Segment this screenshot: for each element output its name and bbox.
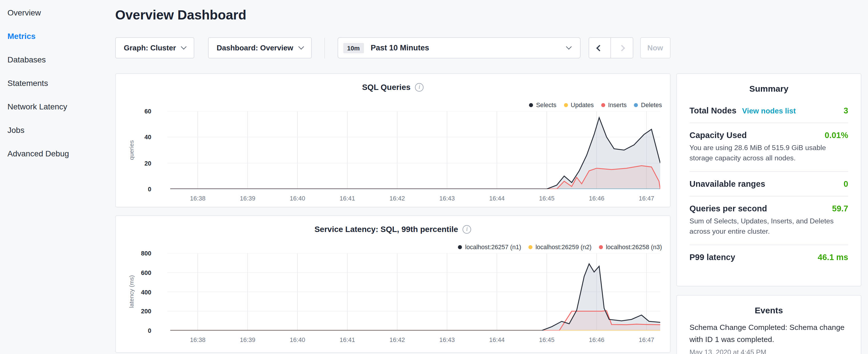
sidebar-item-network-latency[interactable]: Network Latency <box>0 95 109 118</box>
y-tick-label: 60 <box>145 108 151 115</box>
chevron-right-icon <box>618 45 625 51</box>
legend-item[interactable]: Selects <box>529 101 557 108</box>
legend-item[interactable]: Updates <box>564 101 594 108</box>
x-tick-label: 16:43 <box>430 195 464 202</box>
summary-description: Sum of Selects, Updates, Inserts, and De… <box>689 216 848 237</box>
controls-divider <box>324 37 325 58</box>
now-button[interactable]: Now <box>640 37 670 58</box>
summary-label: Total Nodes <box>689 106 737 115</box>
event-timestamp: May 13, 2020 at 4:45 PM <box>689 348 848 354</box>
sidebar: Overview Metrics Databases Statements Ne… <box>0 0 109 165</box>
legend-dot-icon <box>601 103 605 107</box>
x-tick-label: 16:41 <box>330 336 365 343</box>
legend-dot-icon <box>529 103 533 107</box>
y-tick-label: 400 <box>141 288 151 295</box>
chart-legend: localhost:26257 (n1)localhost:26259 (n2)… <box>458 244 662 250</box>
x-tick-label: 16:42 <box>380 195 414 202</box>
sql-queries-chart[interactable] <box>167 111 660 189</box>
summary-row-unavailable-ranges: Unavailable ranges 0 <box>689 171 848 196</box>
graph-dropdown-label: Graph: Cluster <box>124 43 176 52</box>
graph-dropdown[interactable]: Graph: Cluster <box>115 37 194 58</box>
legend-dot-icon <box>564 103 568 107</box>
x-tick-label: 16:44 <box>480 336 514 343</box>
legend-item[interactable]: Deletes <box>634 101 662 108</box>
x-tick-label: 16:47 <box>629 195 664 202</box>
y-tick-label: 40 <box>145 134 151 141</box>
time-prev-button[interactable] <box>588 37 611 58</box>
x-tick-label: 16:46 <box>580 195 614 202</box>
y-tick-label: 800 <box>141 250 151 257</box>
chevron-down-icon <box>181 44 187 50</box>
x-tick-label: 16:46 <box>580 336 614 343</box>
event-item[interactable]: Schema Change Completed: Schema change w… <box>689 322 848 354</box>
summary-panel: Summary Total Nodes View nodes list 3 Ca… <box>676 73 861 286</box>
y-tick-label: 600 <box>141 269 151 276</box>
dashboard-dropdown[interactable]: Dashboard: Overview <box>208 37 311 58</box>
sidebar-item-advanced-debug[interactable]: Advanced Debug <box>0 141 109 165</box>
sidebar-item-metrics[interactable]: Metrics <box>0 24 109 47</box>
x-tick-label: 16:42 <box>380 336 414 343</box>
chart-title: Service Latency: SQL, 99th percentile <box>314 225 458 234</box>
summary-row-total-nodes: Total Nodes View nodes list 3 <box>689 99 848 123</box>
x-tick-label: 16:39 <box>230 195 265 202</box>
summary-row-capacity-used: Capacity Used 0.01% You are using 28.6 M… <box>689 123 848 171</box>
legend-dot-icon <box>529 245 533 249</box>
summary-label: P99 latency <box>689 253 735 262</box>
y-tick-label: 20 <box>145 160 151 166</box>
sidebar-item-statements[interactable]: Statements <box>0 71 109 95</box>
chart-header: Service Latency: SQL, 99th percentile i <box>116 225 670 234</box>
legend-item[interactable]: localhost:26258 (n3) <box>599 244 662 250</box>
legend-item[interactable]: localhost:26259 (n2) <box>529 244 592 250</box>
right-sidebar: Summary Total Nodes View nodes list 3 Ca… <box>676 73 861 354</box>
page-title: Overview Dashboard <box>115 7 671 23</box>
summary-value: 46.1 ms <box>818 253 848 262</box>
info-icon[interactable]: i <box>415 83 424 91</box>
summary-row-p99-latency: P99 latency 46.1 ms <box>689 245 848 269</box>
x-tick-label: 16:39 <box>230 336 265 343</box>
x-tick-label: 16:45 <box>530 195 564 202</box>
view-nodes-link[interactable]: View nodes list <box>742 106 796 115</box>
summary-value: 0 <box>844 179 848 189</box>
main-content: Overview Dashboard Graph: Cluster Dashbo… <box>115 0 671 354</box>
y-axis-title: latency (ms) <box>128 275 135 308</box>
events-title: Events <box>689 296 848 320</box>
sidebar-item-overview[interactable]: Overview <box>0 1 109 24</box>
legend-item[interactable]: Inserts <box>601 101 627 108</box>
legend-dot-icon <box>599 245 603 249</box>
time-range-picker[interactable]: 10m Past 10 Minutes <box>337 37 580 58</box>
legend-item[interactable]: localhost:26257 (n1) <box>458 244 521 250</box>
service-latency-panel: Service Latency: SQL, 99th percentile i … <box>115 215 671 353</box>
info-icon[interactable]: i <box>463 225 471 233</box>
summary-label: Queries per second <box>689 204 767 213</box>
event-message: Schema Change Completed: Schema change w… <box>689 322 848 345</box>
app-root: Overview Metrics Databases Statements Ne… <box>0 0 868 354</box>
y-tick-label: 200 <box>141 308 151 315</box>
time-next-button[interactable] <box>611 37 633 58</box>
x-tick-label: 16:40 <box>280 336 315 343</box>
x-tick-label: 16:45 <box>530 336 564 343</box>
y-axis-title: queries <box>128 140 135 160</box>
summary-value: 3 <box>844 106 848 115</box>
sidebar-item-jobs[interactable]: Jobs <box>0 118 109 141</box>
sidebar-item-databases[interactable]: Databases <box>0 47 109 71</box>
x-tick-label: 16:43 <box>430 336 464 343</box>
x-tick-label: 16:38 <box>181 195 215 202</box>
x-tick-label: 16:47 <box>629 336 664 343</box>
service-latency-chart[interactable] <box>167 253 660 330</box>
sql-queries-panel: SQL Queries i SelectsUpdatesInsertsDelet… <box>115 73 671 207</box>
summary-title: Summary <box>689 74 848 99</box>
y-tick-label: 0 <box>148 186 151 192</box>
time-range-badge: 10m <box>343 43 364 53</box>
summary-label: Capacity Used <box>689 131 747 140</box>
summary-value: 0.01% <box>825 131 848 140</box>
chart-header: SQL Queries i <box>116 83 670 92</box>
dashboard-dropdown-label: Dashboard: Overview <box>217 43 293 52</box>
dashboard-controls: Graph: Cluster Dashboard: Overview 10m P… <box>115 37 670 58</box>
summary-label: Unavailable ranges <box>689 179 765 189</box>
chevron-down-icon <box>298 44 304 50</box>
chart-legend: SelectsUpdatesInsertsDeletes <box>529 101 662 108</box>
x-tick-label: 16:44 <box>480 195 514 202</box>
chart-title: SQL Queries <box>362 83 410 92</box>
legend-dot-icon <box>458 245 462 249</box>
legend-dot-icon <box>634 103 638 107</box>
